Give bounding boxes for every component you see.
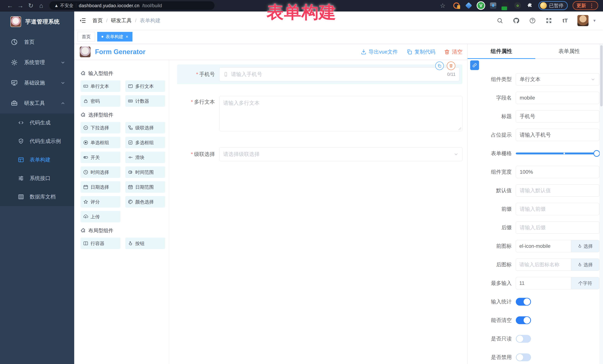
- canvas-field-0[interactable]: *手机号请输入手机号0/11: [177, 65, 462, 84]
- component-chip-日期选择[interactable]: 日期选择: [81, 181, 120, 193]
- component-chip-上传[interactable]: 上传: [81, 211, 120, 222]
- fullscreen-icon[interactable]: [545, 16, 553, 25]
- textarea-input[interactable]: 请输入多行文本: [219, 96, 462, 131]
- component-chip-滑块[interactable]: 滑块: [125, 152, 165, 163]
- sidebar-subitem-代码生成[interactable]: 代码生成: [0, 113, 74, 132]
- property-input[interactable]: 请输入后缀: [516, 221, 599, 234]
- profile-paused-badge[interactable]: 已暂停: [538, 1, 568, 10]
- property-input[interactable]: mobile: [516, 92, 599, 104]
- update-button[interactable]: 更新 ⋮: [573, 1, 598, 10]
- sidebar-item-2[interactable]: 基础设施: [0, 73, 74, 93]
- not-secure-warning[interactable]: ▲ 不安全: [54, 3, 73, 9]
- home-icon[interactable]: ⌂: [36, 1, 46, 10]
- property-input[interactable]: 100%: [516, 166, 599, 178]
- breadcrumb-item-1[interactable]: 研发工具: [111, 17, 132, 24]
- component-chip-颜色选择[interactable]: 颜色选择: [125, 196, 165, 208]
- switch-输入统计[interactable]: [516, 298, 531, 306]
- page-tab-1[interactable]: 表单构建×: [97, 32, 132, 42]
- scrollbar[interactable]: [600, 44, 603, 364]
- scrollbar-thumb[interactable]: [600, 45, 603, 106]
- menu-dots-icon[interactable]: ⋮: [589, 3, 594, 9]
- component-chip-日期范围[interactable]: 日期范围: [125, 181, 165, 193]
- field-label-text: 多行文本: [194, 99, 215, 105]
- delete-field-button[interactable]: [447, 62, 455, 70]
- slider-handle[interactable]: [593, 150, 600, 157]
- switch-是否只读[interactable]: [516, 335, 531, 343]
- collapse-menu-icon[interactable]: [79, 17, 87, 24]
- component-chip-时间范围[interactable]: 时间范围: [125, 166, 165, 178]
- app-logo-row[interactable]: 芋道管理系统: [0, 11, 74, 32]
- mobile-input[interactable]: 请输入手机号0/11: [219, 67, 459, 81]
- component-chip-多行文本[interactable]: 多行文本: [125, 80, 165, 92]
- reload-icon[interactable]: ↻: [26, 1, 36, 10]
- search-icon[interactable]: [496, 16, 504, 25]
- bookmark-star-icon[interactable]: ☆: [438, 1, 448, 10]
- extension-plant-icon[interactable]: ✿: [514, 2, 521, 9]
- github-icon[interactable]: [512, 16, 520, 25]
- generator-action-2[interactable]: 清空: [444, 48, 462, 55]
- append-button[interactable]: 个字符: [571, 277, 599, 289]
- extension-gray-icon[interactable]: [489, 2, 497, 9]
- extension-bit-icon[interactable]: [502, 2, 509, 9]
- component-chip-评分[interactable]: 评分: [81, 196, 120, 208]
- breadcrumb-item-0[interactable]: 首页: [93, 17, 103, 24]
- chevron-down-icon[interactable]: [591, 77, 595, 82]
- cascader-input[interactable]: 请选择级联选择: [219, 147, 462, 161]
- component-chip-密码[interactable]: 密码: [81, 95, 120, 107]
- property-input[interactable]: 请输入前缀: [516, 203, 599, 215]
- tab-component-props[interactable]: 组件属性: [468, 44, 535, 59]
- user-avatar[interactable]: [577, 15, 589, 26]
- sidebar-subitem-代码生成示例[interactable]: 代码生成示例: [0, 132, 74, 151]
- sidebar-subitem-表单构建[interactable]: 表单构建: [0, 151, 74, 169]
- canvas-field-1[interactable]: *多行文本请输入多行文本: [177, 96, 462, 131]
- copy-field-button[interactable]: [435, 62, 444, 70]
- chevron-down-icon[interactable]: [454, 152, 458, 157]
- link-icon[interactable]: [470, 60, 479, 70]
- generator-action-1[interactable]: 复制代码: [406, 48, 435, 55]
- component-chip-单行文本[interactable]: 单行文本: [81, 80, 120, 92]
- property-input[interactable]: 11: [516, 277, 571, 289]
- font-size-icon[interactable]: tT: [561, 16, 569, 25]
- tab-form-props[interactable]: 表单属性: [535, 44, 603, 59]
- property-input[interactable]: 请输入后图标名称: [516, 259, 571, 271]
- property-input[interactable]: 请输入手机号: [516, 129, 599, 141]
- sidebar-subitem-数据库文档[interactable]: 数据库文档: [0, 188, 74, 206]
- component-chip-多选框组[interactable]: 多选框组: [125, 137, 165, 148]
- property-input[interactable]: 手机号: [516, 110, 599, 122]
- switch-能否清空[interactable]: [516, 316, 531, 324]
- address-bar[interactable]: ▲ 不安全 dashboard.yudao.iocoder.cn/tool/bu…: [49, 1, 214, 10]
- property-input[interactable]: 请输入默认值: [516, 184, 599, 197]
- page-tab-0[interactable]: 首页: [78, 32, 95, 42]
- append-button[interactable]: 选择: [571, 240, 599, 252]
- component-chip-级联选择[interactable]: 级联选择: [125, 122, 165, 133]
- extensions-puzzle-icon[interactable]: [526, 2, 533, 9]
- switch-是否禁用[interactable]: [516, 353, 531, 361]
- extension-green-v-icon[interactable]: V: [477, 2, 485, 9]
- component-type-select[interactable]: 单行文本: [516, 73, 599, 86]
- sidebar-item-3[interactable]: 研发工具: [0, 93, 74, 113]
- component-chip-开关[interactable]: 开关: [81, 152, 120, 163]
- form-grid-slider[interactable]: [516, 150, 599, 157]
- sidebar-item-1[interactable]: 系统管理: [0, 52, 74, 73]
- chevron-down-icon[interactable]: ▾: [593, 18, 596, 23]
- sidebar-subitem-系统接口[interactable]: 系统接口: [0, 169, 74, 188]
- component-chip-时间选择[interactable]: 时间选择: [81, 166, 120, 178]
- generator-title[interactable]: Form Generator: [95, 48, 145, 56]
- component-chip-下拉选择[interactable]: 下拉选择: [81, 122, 120, 133]
- tab-close-icon[interactable]: ×: [126, 34, 128, 39]
- generator-action-0[interactable]: 导出vue文件: [360, 48, 398, 55]
- property-input[interactable]: el-icon-mobile: [516, 240, 571, 252]
- extension-orange-icon[interactable]: [453, 2, 460, 9]
- back-icon[interactable]: ←: [5, 1, 15, 10]
- component-chip-按钮[interactable]: 按钮: [125, 238, 165, 249]
- forward-icon[interactable]: →: [15, 1, 26, 10]
- sidebar-item-0[interactable]: 首页: [0, 32, 74, 52]
- help-icon[interactable]: [528, 16, 537, 25]
- breadcrumb-item-2[interactable]: 表单构建: [140, 17, 161, 24]
- append-button[interactable]: 选择: [571, 259, 599, 271]
- component-chip-行容器[interactable]: 行容器: [81, 238, 120, 249]
- component-chip-单选框组[interactable]: 单选框组: [81, 137, 120, 148]
- canvas-field-2[interactable]: *级联选择请选择级联选择: [177, 147, 462, 161]
- extension-gem-icon[interactable]: [465, 2, 472, 9]
- component-chip-计数器[interactable]: 计数器: [125, 95, 165, 107]
